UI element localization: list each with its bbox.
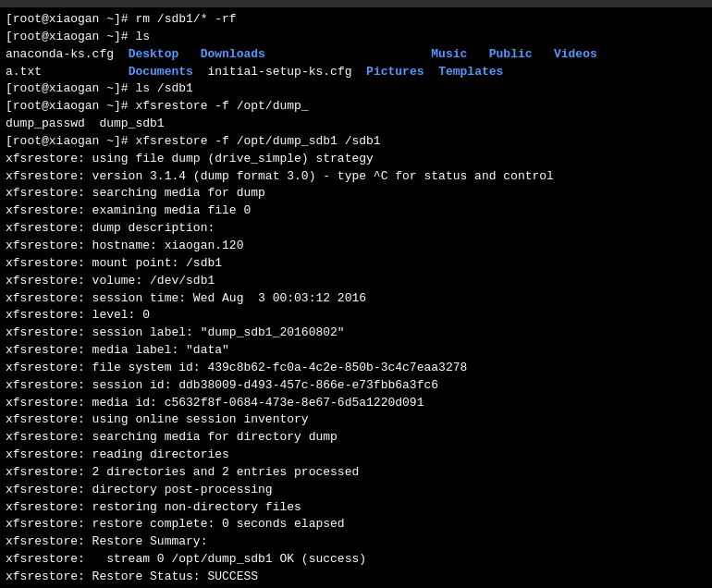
line-17: xfsrestore: session time: Wed Aug 3 00:0… xyxy=(6,290,706,308)
line-25: xfsrestore: searching media for director… xyxy=(6,429,706,447)
ls-line-2: a.txt Documents initial-setup-ks.cfg Pic… xyxy=(6,64,706,81)
line-28: xfsrestore: directory post-processing xyxy=(6,482,706,499)
line-31: xfsrestore: Restore Summary: xyxy=(6,533,706,551)
line-30: xfsrestore: restore complete: 0 seconds … xyxy=(6,516,706,533)
line-1: [root@xiaogan ~]# rm /sdb1/* -rf xyxy=(6,11,706,29)
line-22: xfsrestore: session id: ddb38009-d493-45… xyxy=(6,377,706,395)
line-23: xfsrestore: media id: c5632f8f-0684-473e… xyxy=(6,395,706,412)
ls-line-1: anaconda-ks.cfg Desktop Downloads Music … xyxy=(6,46,706,64)
line-12: xfsrestore: examining media file 0 xyxy=(6,202,706,220)
line-27: xfsrestore: 2 directories and 2 entries … xyxy=(6,464,706,482)
line-26: xfsrestore: reading directories xyxy=(6,447,706,464)
line-24: xfsrestore: using online session invento… xyxy=(6,411,706,429)
line-2: [root@xiaogan ~]# ls xyxy=(6,29,706,46)
line-13: xfsrestore: dump description: xyxy=(6,220,706,238)
line-15: xfsrestore: mount point: /sdb1 xyxy=(6,255,706,273)
terminal-window[interactable]: [root@xiaogan ~]# rm /sdb1/* -rf [root@x… xyxy=(0,7,712,588)
terminal-topbar xyxy=(0,0,712,7)
line-8: [root@xiaogan ~]# xfsrestore -f /opt/dum… xyxy=(6,133,706,151)
line-19: xfsrestore: session label: "dump_sdb1_20… xyxy=(6,325,706,342)
line-14: xfsrestore: hostname: xiaogan.120 xyxy=(6,238,706,255)
line-7: dump_passwd dump_sdb1 xyxy=(6,116,706,133)
line-5: [root@xiaogan ~]# ls /sdb1 xyxy=(6,80,706,98)
line-18: xfsrestore: level: 0 xyxy=(6,307,706,325)
line-16: xfsrestore: volume: /dev/sdb1 xyxy=(6,273,706,290)
line-10: xfsrestore: version 3.1.4 (dump format 3… xyxy=(6,168,706,186)
line-11: xfsrestore: searching media for dump xyxy=(6,185,706,202)
line-33: xfsrestore: Restore Status: SUCCESS xyxy=(6,569,706,586)
line-6: [root@xiaogan ~]# xfsrestore -f /opt/dum… xyxy=(6,98,706,116)
line-20: xfsrestore: media label: "data" xyxy=(6,342,706,360)
line-21: xfsrestore: file system id: 439c8b62-fc0… xyxy=(6,360,706,377)
line-29: xfsrestore: restoring non-directory file… xyxy=(6,499,706,517)
line-32: xfsrestore: stream 0 /opt/dump_sdb1 OK (… xyxy=(6,551,706,569)
line-9: xfsrestore: using file dump (drive_simpl… xyxy=(6,151,706,168)
